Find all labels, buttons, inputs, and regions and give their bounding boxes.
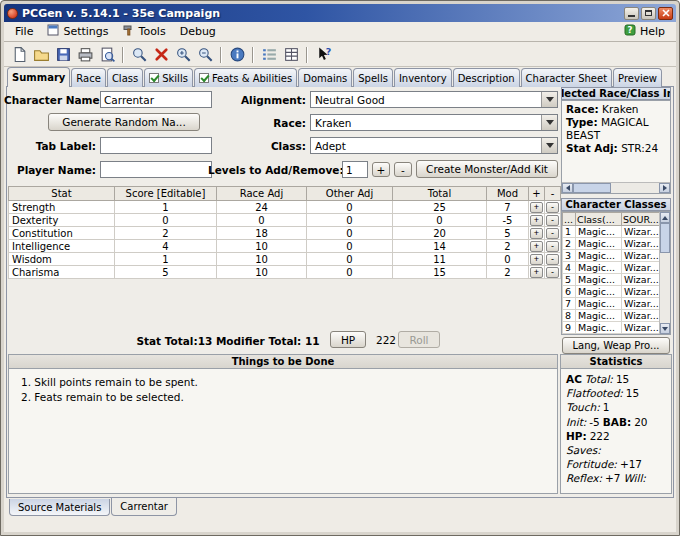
generate-random-name-button[interactable]: Generate Random Na... — [48, 113, 200, 131]
stats-header-minus[interactable]: - — [545, 187, 561, 201]
player-name-input[interactable] — [100, 161, 212, 178]
stat-minus-button[interactable]: - — [546, 267, 559, 278]
classes-header-source[interactable]: SOUR... — [622, 213, 660, 226]
tab-summary[interactable]: Summary — [7, 67, 70, 87]
minimize-icon[interactable] — [624, 7, 639, 20]
levels-input[interactable] — [342, 161, 368, 178]
stat-minus-button[interactable]: - — [546, 215, 559, 226]
player-name-label: Player Name: — [4, 164, 96, 176]
tab-description[interactable]: Description — [453, 68, 520, 87]
statistic-line: Flatfooted:15 — [566, 386, 666, 400]
stat-minus-button[interactable]: - — [546, 228, 559, 239]
stats-header-plus[interactable]: + — [529, 187, 545, 201]
stat-score-cell[interactable]: 4 — [115, 240, 217, 253]
stat-plus-button[interactable]: + — [530, 267, 543, 278]
class-row[interactable]: 6Magic...Wizar... — [563, 286, 660, 298]
tab-carrentar[interactable]: Carrentar — [111, 498, 177, 516]
titlebar[interactable]: PCGen v. 5.14.1 - 35e Campaign — [4, 4, 676, 22]
tab-label-input[interactable] — [100, 137, 212, 154]
stat-minus-button[interactable]: - — [546, 254, 559, 265]
stats-header-other-adj[interactable]: Other Adj — [307, 187, 393, 201]
classes-header-num[interactable]: ... — [563, 213, 576, 226]
open-icon[interactable] — [31, 45, 51, 65]
horizontal-scrollbar[interactable] — [562, 182, 670, 193]
class-row[interactable]: 3Magic...Wizar... — [563, 250, 660, 262]
hp-button[interactable]: HP — [330, 331, 366, 348]
character-name-input[interactable] — [100, 91, 212, 108]
add-level-button[interactable]: + — [372, 162, 390, 177]
remove-level-button[interactable]: - — [394, 162, 412, 177]
stats-header-score[interactable]: Score [Editable] — [115, 187, 217, 201]
delete-icon[interactable] — [151, 45, 171, 65]
menu-file[interactable]: File — [8, 23, 40, 40]
alignment-select[interactable]: Neutral Good — [310, 91, 558, 108]
stats-header-race-adj[interactable]: Race Adj — [217, 187, 307, 201]
stats-header-mod[interactable]: Mod — [487, 187, 529, 201]
classes-header-class[interactable]: Class(... — [576, 213, 622, 226]
stat-minus-button[interactable]: - — [546, 202, 559, 213]
class-row[interactable]: 7Magic...Wizar... — [563, 298, 660, 310]
class-row[interactable]: 5Magic...Wizar... — [563, 274, 660, 286]
tab-source-materials[interactable]: Source Materials — [9, 499, 110, 516]
tab-feats-abilities[interactable]: Feats & Abilities — [194, 68, 297, 87]
class-row[interactable]: 8Magic...Wizar... — [563, 310, 660, 322]
stat-score-cell[interactable]: 1 — [115, 253, 217, 266]
tab-race[interactable]: Race — [71, 68, 106, 87]
menu-tools[interactable]: Tools — [116, 22, 173, 41]
stats-header-total[interactable]: Total — [393, 187, 487, 201]
stat-plus-button[interactable]: + — [530, 215, 543, 226]
vertical-scrollbar[interactable] — [659, 212, 670, 334]
tab-character-sheet[interactable]: Character Sheet — [521, 68, 612, 87]
close-icon[interactable] — [658, 7, 673, 20]
tab-skills[interactable]: Skills — [144, 68, 193, 87]
stat-score-cell[interactable]: 0 — [115, 214, 217, 227]
scroll-down-icon[interactable] — [660, 323, 670, 334]
menu-settings[interactable]: Settings — [40, 22, 115, 41]
print-icon[interactable] — [75, 45, 95, 65]
tab-inventory[interactable]: Inventory — [394, 68, 452, 87]
menu-debug[interactable]: Debug — [173, 23, 223, 40]
scrollbar-thumb[interactable] — [660, 223, 670, 253]
zoom-icon[interactable] — [129, 45, 149, 65]
tab-domains[interactable]: Domains — [298, 68, 352, 87]
print-preview-icon[interactable] — [97, 45, 117, 65]
create-monster-button[interactable]: Create Monster/Add Kit — [416, 160, 558, 178]
toolbar-separator — [306, 47, 308, 63]
zoom-in-icon[interactable] — [173, 45, 193, 65]
about-icon[interactable] — [227, 45, 247, 65]
scrollbar-thumb[interactable] — [573, 183, 611, 193]
menu-help[interactable]: ? Help — [617, 22, 672, 41]
list-icon[interactable] — [259, 45, 279, 65]
scroll-up-icon[interactable] — [660, 212, 670, 223]
stat-plus-button[interactable]: + — [530, 254, 543, 265]
roll-button[interactable]: Roll — [398, 331, 440, 348]
menubar: File Settings Tools Debug ? Help — [4, 22, 676, 42]
tab-class[interactable]: Class — [107, 68, 143, 87]
context-help-icon[interactable]: ? — [313, 45, 333, 65]
class-row[interactable]: 1Magic...Wizar... — [563, 226, 660, 238]
scroll-left-icon[interactable] — [562, 183, 573, 193]
stat-minus-button[interactable]: - — [546, 241, 559, 252]
stat-plus-button[interactable]: + — [530, 202, 543, 213]
maximize-icon[interactable] — [641, 7, 656, 20]
stat-plus-button[interactable]: + — [530, 241, 543, 252]
save-icon[interactable] — [53, 45, 73, 65]
lang-weap-button[interactable]: Lang, Weap Pro... — [562, 337, 670, 354]
grid-icon[interactable] — [281, 45, 301, 65]
new-icon[interactable] — [9, 45, 29, 65]
tab-preview[interactable]: Preview — [613, 68, 662, 87]
race-select[interactable]: Kraken — [310, 114, 558, 131]
stat-row-dexterity: Dexterity 0 0 0 0 -5 + - — [9, 214, 561, 227]
stat-score-cell[interactable]: 1 — [115, 201, 217, 214]
stat-plus-button[interactable]: + — [530, 228, 543, 239]
class-row[interactable]: 4Magic...Wizar... — [563, 262, 660, 274]
scroll-right-icon[interactable] — [659, 183, 670, 193]
zoom-out-icon[interactable] — [195, 45, 215, 65]
tab-spells[interactable]: Spells — [353, 68, 393, 87]
class-row[interactable]: 2Magic...Wizar... — [563, 238, 660, 250]
stat-score-cell[interactable]: 2 — [115, 227, 217, 240]
stats-header-stat[interactable]: Stat — [9, 187, 115, 201]
class-row[interactable]: 9Magic...Wizar... — [563, 322, 660, 334]
class-select[interactable]: Adept — [310, 137, 558, 154]
stat-score-cell[interactable]: 5 — [115, 266, 217, 279]
